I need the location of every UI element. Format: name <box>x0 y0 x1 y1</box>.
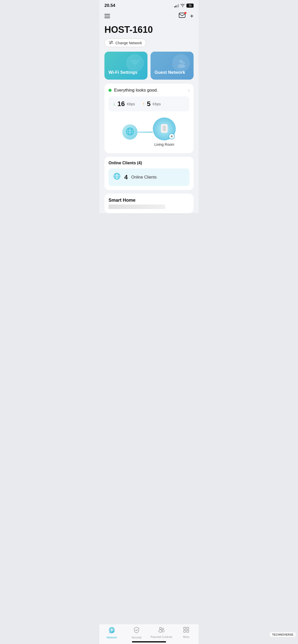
svg-rect-12 <box>163 126 166 131</box>
svg-point-4 <box>182 65 186 67</box>
status-bar: 20.54 73 <box>99 0 199 10</box>
svg-rect-0 <box>179 13 185 18</box>
upload-arrow-icon: ↑ <box>143 101 145 107</box>
client-count-badge: 4 <box>169 133 175 139</box>
network-connector <box>138 132 153 133</box>
internet-node[interactable] <box>122 124 138 140</box>
add-button[interactable]: + <box>190 13 194 19</box>
mail-badge <box>184 12 186 14</box>
svg-point-1 <box>179 60 183 63</box>
upload-unit: Kbps <box>153 102 161 106</box>
menu-button[interactable] <box>104 14 110 18</box>
status-text: Everything looks good. <box>114 88 158 93</box>
clients-globe-icon <box>113 172 121 182</box>
status-indicator: Everything looks good. <box>109 88 158 93</box>
status-dot <box>109 89 112 92</box>
signal-icon <box>174 4 179 7</box>
network-topology: 4 Living Room <box>109 111 189 149</box>
mail-button[interactable] <box>179 13 185 19</box>
download-arrow-icon: ↓ <box>113 101 115 107</box>
upload-speed: ↑ 5 Kbps <box>143 100 161 108</box>
top-nav: + <box>99 10 199 22</box>
guest-button-icon-bg <box>172 54 190 72</box>
main-content: HOST-1610 Change Network <box>99 22 199 213</box>
guest-network-button[interactable]: Guest Network <box>151 52 194 80</box>
status-icons: 73 <box>174 4 194 8</box>
download-speed: ↓ 16 Kbps <box>113 100 135 108</box>
smart-home-card: Smart Home <box>104 194 194 213</box>
clients-label: Online Clients <box>131 175 157 180</box>
mail-icon <box>179 13 185 19</box>
change-network-label: Change Network <box>115 41 142 45</box>
online-clients-title: Online Clients (4) <box>109 161 189 165</box>
clients-summary[interactable]: 4 Online Clients <box>109 168 189 186</box>
router-title: HOST-1610 <box>104 22 194 39</box>
battery-indicator: 73 <box>186 4 194 8</box>
online-clients-card: Online Clients (4) 4 Online Clients <box>104 157 194 190</box>
router-wrapper: 4 Living Room <box>153 118 176 147</box>
upload-value: 5 <box>147 100 151 108</box>
chevron-right-icon[interactable]: › <box>188 88 189 93</box>
wifi-settings-label: Wi-Fi Settings <box>109 70 143 75</box>
switch-icon <box>109 41 113 45</box>
wifi-signal-icon <box>180 4 185 8</box>
status-card: Everything looks good. › ↓ 16 Kbps ↑ 5 K… <box>104 84 194 153</box>
speed-row: ↓ 16 Kbps ↑ 5 Kbps <box>109 96 189 111</box>
router-label: Living Room <box>154 142 174 147</box>
change-network-button[interactable]: Change Network <box>104 39 146 47</box>
status-row: Everything looks good. › <box>109 88 189 93</box>
wifi-button-icon-bg <box>126 54 144 72</box>
router-node[interactable]: 4 <box>153 118 176 140</box>
globe-icon <box>126 127 134 137</box>
smart-home-title: Smart Home <box>109 198 189 203</box>
guest-network-label: Guest Network <box>155 70 189 75</box>
smart-home-subtitle <box>109 204 165 209</box>
status-time: 20.54 <box>104 3 115 8</box>
quick-buttons: Wi-Fi Settings Guest Network <box>104 52 194 80</box>
nav-right: + <box>179 13 194 19</box>
download-unit: Kbps <box>127 102 135 106</box>
wifi-settings-button[interactable]: Wi-Fi Settings <box>104 52 147 80</box>
download-value: 16 <box>117 100 125 108</box>
svg-point-3 <box>182 62 185 64</box>
clients-count: 4 <box>124 174 128 181</box>
